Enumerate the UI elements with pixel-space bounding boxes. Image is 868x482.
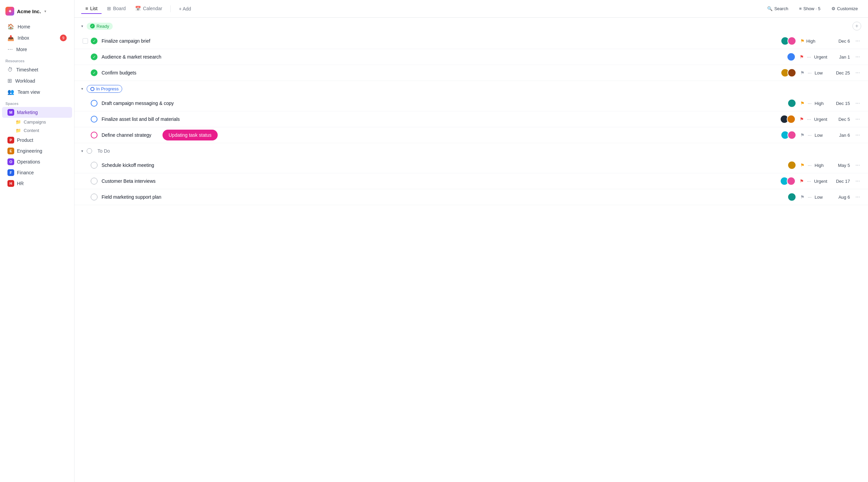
flag-icon: ⚑ — [800, 101, 805, 106]
task-status-completed[interactable]: ✓ — [91, 69, 97, 76]
chevron-down-icon: ▾ — [44, 9, 46, 14]
customize-button[interactable]: ⚙ Customize — [828, 4, 861, 13]
task-more-button[interactable]: ··· — [854, 194, 861, 200]
sidebar-item-home[interactable]: 🏠 Home — [2, 21, 72, 32]
tab-label: Calendar — [143, 6, 162, 11]
table-row: Draft campaign messaging & copy ⚑ ··· Hi… — [74, 95, 868, 111]
task-name[interactable]: Field marketing support plan — [102, 194, 783, 200]
task-status-in-progress[interactable] — [91, 100, 97, 107]
app-logo[interactable]: ✦ Acme Inc. ▾ — [0, 4, 74, 21]
search-button[interactable]: 🔍 Search — [764, 4, 791, 13]
task-name[interactable]: Audience & market research — [102, 54, 783, 60]
sidebar-item-label: Workload — [15, 78, 35, 84]
logo-icon: ✦ — [5, 7, 14, 16]
tab-board[interactable]: ⊞ Board — [103, 4, 130, 14]
add-to-ready-button[interactable]: + — [852, 22, 861, 30]
task-name[interactable]: Finalize campaign brief — [102, 38, 777, 44]
task-date: Jan 1 — [831, 54, 850, 60]
task-name[interactable]: Draft campaign messaging & copy — [102, 101, 783, 106]
sidebar-item-more[interactable]: ⋯ More — [2, 44, 72, 55]
task-list-content: ▾ ✓ Ready + ✓ Finalize campaign brief — [74, 18, 868, 482]
tab-list[interactable]: ≡ List — [81, 4, 102, 14]
tab-label: List — [90, 6, 97, 11]
task-dots[interactable]: ··· — [806, 178, 812, 184]
chevron-icon: ▾ — [81, 24, 83, 28]
avatar — [787, 161, 796, 170]
table-row: Define channel strategy Updating task st… — [74, 127, 868, 143]
tab-calendar[interactable]: 📅 Calendar — [131, 4, 166, 14]
avatar — [787, 68, 796, 77]
main-content: ≡ List ⊞ Board 📅 Calendar + Add 🔍 Search — [74, 0, 868, 482]
task-name[interactable]: Schedule kickoff meeting — [102, 162, 783, 168]
inbox-badge: 9 — [60, 35, 67, 41]
priority-label: Urgent — [814, 179, 827, 184]
task-dots[interactable]: ··· — [806, 194, 813, 200]
sidebar-item-campaigns[interactable]: 📁 Campaigns — [2, 118, 72, 126]
priority-section: ⚑ High — [800, 38, 827, 44]
sidebar-item-label: Content — [24, 128, 39, 133]
table-row: Finalize asset list and bill of material… — [74, 111, 868, 127]
sidebar-item-inbox[interactable]: 📥 Inbox 9 — [2, 32, 72, 44]
task-name[interactable]: Customer Beta interviews — [102, 178, 776, 184]
task-more-button[interactable]: ··· — [854, 162, 861, 168]
task-more-button[interactable]: ··· — [854, 178, 861, 184]
sidebar-item-marketing[interactable]: M Marketing — [2, 107, 72, 118]
sidebar-item-label: Home — [18, 24, 30, 29]
section-header-todo[interactable]: ▾ To Do — [74, 143, 868, 157]
task-name[interactable]: Confirm budgets — [102, 70, 777, 75]
task-name[interactable]: Finalize asset list and bill of material… — [102, 116, 776, 122]
sidebar-item-timesheet[interactable]: ⏱ Timesheet — [2, 64, 72, 75]
task-more-button[interactable]: ··· — [854, 116, 861, 122]
show-button[interactable]: ≡ Show · 5 — [796, 4, 824, 13]
sidebar-item-workload[interactable]: ⊞ Workload — [2, 75, 72, 86]
task-dots[interactable]: ··· — [806, 101, 813, 106]
section-header-in-progress[interactable]: ▾ In Progress — [74, 81, 868, 95]
task-status-todo[interactable] — [91, 162, 97, 169]
task-status-in-progress[interactable] — [91, 132, 97, 138]
task-dots[interactable]: ··· — [806, 54, 812, 60]
sidebar-item-hr[interactable]: H HR — [2, 178, 72, 189]
sidebar-item-engineering[interactable]: E Engineering — [2, 146, 72, 156]
flag-icon: ⚑ — [800, 38, 805, 44]
add-label: + Add — [179, 6, 191, 12]
priority-section: ⚑ ··· Urgent — [800, 178, 827, 184]
task-more-button[interactable]: ··· — [854, 132, 861, 138]
task-date: Dec 15 — [831, 101, 850, 106]
task-more-button[interactable]: ··· — [854, 70, 861, 76]
task-more-button[interactable]: ··· — [854, 54, 861, 60]
sidebar-item-finance[interactable]: F Finance — [2, 167, 72, 178]
flag-icon: ⚑ — [800, 162, 805, 168]
sidebar-item-content[interactable]: 📁 Content — [2, 126, 72, 135]
avatar — [787, 52, 796, 61]
task-dots[interactable]: ··· — [806, 70, 813, 75]
task-more-button[interactable]: ··· — [854, 38, 861, 44]
sidebar-item-label: More — [16, 47, 27, 52]
check-icon: ✓ — [93, 71, 96, 75]
sidebar-item-product[interactable]: P Product — [2, 135, 72, 146]
task-status-completed[interactable]: ✓ — [91, 53, 97, 60]
task-dots[interactable]: ··· — [806, 116, 812, 122]
task-status-in-progress[interactable] — [91, 116, 97, 123]
topbar-tabs: ≡ List ⊞ Board 📅 Calendar + Add — [81, 4, 764, 14]
flag-icon: ⚑ — [800, 132, 805, 138]
add-button[interactable]: + Add — [175, 4, 195, 14]
task-avatars — [780, 115, 796, 124]
priority-section: ⚑ ··· Low — [800, 132, 827, 138]
home-icon: 🏠 — [7, 23, 14, 30]
task-status-completed[interactable]: ✓ — [91, 38, 97, 44]
sidebar-item-team-view[interactable]: 👥 Team view — [2, 86, 72, 97]
task-name[interactable]: Define channel strategy — [102, 132, 777, 138]
flag-icon: ⚑ — [800, 116, 804, 122]
priority-label: Low — [815, 133, 823, 138]
status-badge-in-progress: In Progress — [87, 85, 122, 93]
in-progress-label: In Progress — [96, 86, 118, 91]
task-status-todo[interactable] — [91, 178, 97, 184]
task-dots[interactable]: ··· — [806, 162, 813, 168]
task-checkbox[interactable] — [83, 38, 88, 44]
task-more-button[interactable]: ··· — [854, 100, 861, 106]
sidebar-item-operations[interactable]: O Operations — [2, 156, 72, 167]
table-row: ✓ Confirm budgets ⚑ ··· Low Dec 25 ··· — [74, 65, 868, 81]
task-dots[interactable]: ··· — [806, 132, 813, 138]
section-header-ready[interactable]: ▾ ✓ Ready + — [74, 18, 868, 33]
task-status-todo[interactable] — [91, 194, 97, 200]
